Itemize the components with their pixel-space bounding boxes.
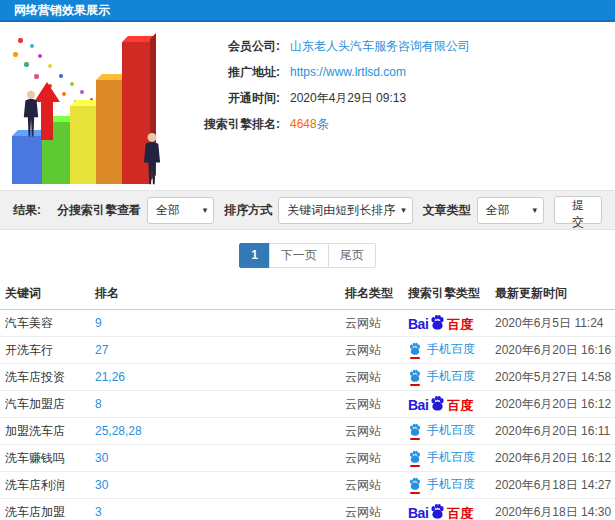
col-header-rank: 排名 — [95, 285, 345, 302]
chevron-down-icon: ▾ — [401, 205, 406, 215]
page-1-button[interactable]: 1 — [239, 243, 270, 268]
baidu-logo-cn: 百度 — [447, 318, 473, 331]
rank-type-cell: 云网站 — [345, 504, 408, 520]
baidu-logo-latin: Bai — [408, 506, 428, 520]
promotion-url-link[interactable]: https://www.lrtlsd.com — [290, 59, 406, 85]
growth-chart-illustration — [4, 30, 166, 188]
next-page-button[interactable]: 下一页 — [269, 243, 329, 268]
keyword-cell: 汽车加盟店 — [5, 396, 95, 413]
updated-cell: 2020年6月18日 14:27 — [495, 477, 615, 494]
open-time-row: 开通时间: 2020年4月29日 09:13 — [190, 85, 615, 111]
rank-cell: 27 — [95, 343, 345, 357]
engine-rank-label: 搜索引擎排名: — [190, 111, 280, 137]
col-header-keyword: 关键词 — [5, 285, 95, 302]
rank-cell: 9 — [95, 316, 345, 330]
rank-unit: 条 — [317, 117, 329, 131]
keyword-cell: 开洗车行 — [5, 342, 95, 359]
table-row: 开洗车行 27 云网站 手机百度 2020年6月20日 16:16 — [0, 337, 615, 364]
confetti-dot — [18, 38, 23, 43]
mobile-baidu-label: 手机百度 — [427, 368, 475, 385]
article-type-value: 全部 — [486, 202, 527, 219]
engine-rank-row: 搜索引擎排名: 4648条 — [190, 111, 615, 137]
engine-cell: 手机百度 — [408, 341, 495, 360]
keyword-cell: 洗车店利润 — [5, 477, 95, 494]
chevron-down-icon: ▾ — [533, 205, 538, 215]
mobile-baidu-label: 手机百度 — [427, 476, 475, 493]
confetti-dot — [24, 62, 29, 67]
company-label: 会员公司: — [190, 33, 280, 59]
baidu-logo: Bai 百度 — [408, 503, 473, 520]
keyword-cell: 洗车店加盟 — [5, 504, 95, 520]
mobile-baidu-paw-icon — [408, 342, 422, 356]
company-link[interactable]: 山东老人头汽车服务咨询有限公司 — [290, 33, 470, 59]
confetti-dot — [80, 90, 84, 94]
sort-select[interactable]: 关键词由短到长排序 ▾ — [278, 197, 413, 224]
baidu-logo-cn: 百度 — [447, 507, 473, 520]
table-row: 洗车店加盟 3 云网站 Bai 百度 2020年6月18日 14:30 — [0, 499, 615, 520]
article-type-label: 文章类型 — [423, 202, 471, 219]
table-row: 加盟洗车店 25,28,28 云网站 手机百度 2020年6月20日 16:11 — [0, 418, 615, 445]
company-row: 会员公司: 山东老人头汽车服务咨询有限公司 — [190, 33, 615, 59]
keyword-cell: 洗车赚钱吗 — [5, 450, 95, 467]
engine-filter-value: 全部 — [156, 202, 197, 219]
confetti-dot — [70, 82, 74, 86]
engine-cell: Bai 百度 — [408, 314, 495, 332]
result-label: 结果: — [13, 202, 41, 219]
rank-type-cell: 云网站 — [345, 423, 408, 440]
confetti-dot — [38, 54, 42, 58]
mobile-baidu-paw-icon — [408, 450, 422, 464]
rank-cell: 3 — [95, 505, 345, 519]
engine-filter-select[interactable]: 全部 ▾ — [147, 197, 214, 224]
rank-cell: 30 — [95, 451, 345, 465]
rank-type-cell: 云网站 — [345, 396, 408, 413]
page-header: 网络营销效果展示 — [0, 0, 615, 22]
confetti-dot — [13, 52, 18, 57]
baidu-logo-cn: 百度 — [447, 399, 473, 412]
engine-cell: Bai 百度 — [408, 503, 495, 520]
mobile-baidu-label: 手机百度 — [427, 341, 475, 358]
confetti-dot — [30, 44, 34, 48]
rank-count: 4648 — [290, 117, 317, 131]
baidu-logo: Bai 百度 — [408, 395, 473, 412]
rank-cell: 30 — [95, 478, 345, 492]
engine-cell: 手机百度 — [408, 476, 495, 495]
mobile-baidu-logo: 手机百度 — [408, 476, 475, 493]
engine-cell: 手机百度 — [408, 449, 495, 468]
rank-cell: 21,26 — [95, 370, 345, 384]
confetti-dot — [62, 92, 66, 96]
baidu-logo-latin: Bai — [408, 398, 428, 412]
mobile-baidu-logo: 手机百度 — [408, 341, 475, 358]
member-info: 会员公司: 山东老人头汽车服务咨询有限公司 推广地址: https://www.… — [190, 22, 615, 137]
baidu-paw-icon — [429, 503, 446, 520]
baidu-logo-latin: Bai — [408, 317, 428, 331]
engine-rank-value: 4648条 — [290, 111, 329, 137]
keyword-cell: 汽车美容 — [5, 315, 95, 332]
url-label: 推广地址: — [190, 59, 280, 85]
engine-cell: 手机百度 — [408, 368, 495, 387]
table-row: 洗车赚钱吗 30 云网站 手机百度 2020年6月20日 16:12 — [0, 445, 615, 472]
keyword-cell: 洗车店投资 — [5, 369, 95, 386]
engine-cell: Bai 百度 — [408, 395, 495, 413]
mobile-baidu-logo: 手机百度 — [408, 422, 475, 439]
updated-cell: 2020年5月27日 14:58 — [495, 369, 615, 386]
rank-type-cell: 云网站 — [345, 315, 408, 332]
keyword-cell: 加盟洗车店 — [5, 423, 95, 440]
rank-type-cell: 云网站 — [345, 369, 408, 386]
engine-filter-label: 分搜索引擎查看 — [57, 202, 141, 219]
updated-cell: 2020年6月20日 16:16 — [495, 342, 615, 359]
mobile-baidu-paw-icon — [408, 423, 422, 437]
url-row: 推广地址: https://www.lrtlsd.com — [190, 59, 615, 85]
pagination: 1 下一页 尾页 — [0, 243, 615, 268]
submit-button[interactable]: 提交 — [554, 196, 602, 224]
rank-type-cell: 云网站 — [345, 342, 408, 359]
updated-cell: 2020年6月18日 14:30 — [495, 504, 615, 520]
table-row: 汽车美容 9 云网站 Bai 百度 2020年6月5日 11:24 — [0, 310, 615, 337]
table-row: 洗车店利润 30 云网站 手机百度 2020年6月18日 14:27 — [0, 472, 615, 499]
rank-cell: 8 — [95, 397, 345, 411]
page-title: 网络营销效果展示 — [14, 3, 110, 17]
mobile-baidu-paw-icon — [408, 369, 422, 383]
article-type-select[interactable]: 全部 ▾ — [477, 197, 544, 224]
sort-label: 排序方式 — [224, 202, 272, 219]
last-page-button[interactable]: 尾页 — [328, 243, 376, 268]
rank-cell: 25,28,28 — [95, 424, 345, 438]
